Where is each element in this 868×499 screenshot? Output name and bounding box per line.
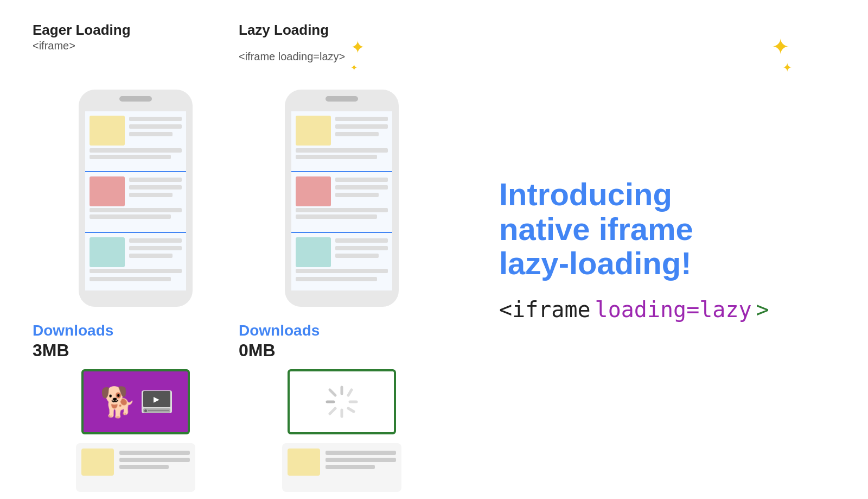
control-line	[148, 410, 169, 411]
svg-rect-40	[335, 185, 388, 190]
eager-phone-wrapper	[33, 84, 239, 312]
svg-rect-38	[296, 176, 331, 206]
card-line-3	[119, 465, 169, 469]
svg-rect-51	[296, 277, 377, 281]
svg-rect-10	[85, 171, 186, 172]
lazy-card-lines	[326, 449, 396, 469]
dog-icon: 🐕	[100, 387, 136, 416]
lazy-iframe-unloaded	[288, 369, 396, 434]
eager-title: Eager Loading	[33, 22, 239, 39]
svg-rect-41	[335, 193, 379, 197]
video-player-icon: ▶	[142, 390, 172, 413]
svg-rect-46	[296, 237, 331, 267]
svg-rect-35	[296, 155, 377, 159]
lazy-subtitle: <iframe loading=lazy>	[239, 50, 345, 63]
code-part-loading: loading=lazy	[595, 297, 752, 322]
svg-rect-7	[129, 132, 173, 136]
svg-line-55	[348, 408, 354, 412]
introducing-text: Introducingnative iframelazy-loading!	[499, 177, 835, 281]
downloads-row: Downloads 3MB Downloads 0MB	[33, 322, 445, 361]
lazy-phone-wrapper	[239, 84, 445, 312]
svg-rect-12	[90, 176, 125, 206]
bottom-cards-row	[33, 443, 445, 492]
svg-line-57	[330, 408, 335, 414]
phones-row	[33, 84, 445, 312]
svg-rect-30	[296, 116, 331, 146]
lazy-card-line-3	[326, 465, 375, 469]
right-panel: ✦✦ Introducingnative iframelazy-loading!…	[477, 22, 835, 477]
eager-phone	[33, 84, 239, 312]
svg-rect-50	[296, 269, 388, 273]
lazy-card-image-yellow	[288, 449, 320, 476]
svg-rect-43	[296, 214, 377, 219]
svg-rect-25	[90, 277, 171, 281]
play-button-icon: ▶	[154, 395, 159, 403]
loading-spinner-icon	[323, 383, 361, 421]
svg-rect-2	[119, 96, 152, 102]
comparison-headers: Eager Loading <iframe> Lazy Loading <ifr…	[33, 22, 445, 73]
card-line-1	[119, 451, 190, 455]
svg-rect-42	[296, 208, 388, 212]
card-line-2	[119, 458, 190, 462]
lazy-downloads-label: Downloads	[239, 322, 320, 339]
svg-rect-39	[335, 178, 388, 182]
svg-rect-9	[90, 155, 171, 159]
code-part-close: >	[756, 297, 769, 322]
lazy-download-block: Downloads 0MB	[239, 322, 445, 361]
eager-iframe-loaded: 🐕 ▶	[81, 369, 190, 434]
eager-bottom-card	[33, 443, 239, 492]
svg-rect-23	[129, 254, 173, 258]
svg-rect-20	[90, 237, 125, 267]
main-container: Eager Loading <iframe> Lazy Loading <ifr…	[0, 0, 868, 499]
svg-rect-4	[90, 116, 125, 146]
lazy-downloads-amount: 0MB	[239, 340, 276, 361]
eager-downloads-label: Downloads	[33, 322, 113, 339]
lazy-header: Lazy Loading <iframe loading=lazy> ✦✦	[239, 22, 445, 73]
lazy-phone-svg	[279, 84, 404, 312]
lazy-phone	[239, 84, 445, 312]
svg-rect-14	[129, 185, 182, 190]
lazy-title: Lazy Loading	[239, 22, 445, 39]
lazy-web-card	[282, 443, 401, 492]
svg-rect-15	[129, 193, 173, 197]
svg-rect-8	[90, 148, 182, 153]
code-part-iframe: <iframe	[499, 297, 591, 322]
svg-rect-33	[335, 132, 379, 136]
left-panel: Eager Loading <iframe> Lazy Loading <ifr…	[33, 22, 445, 477]
svg-rect-18	[85, 232, 186, 233]
svg-rect-28	[326, 96, 358, 102]
svg-rect-13	[129, 178, 182, 182]
card-image-yellow	[81, 449, 114, 476]
svg-rect-5	[129, 117, 182, 121]
svg-rect-34	[296, 148, 388, 153]
svg-rect-36	[291, 171, 392, 172]
eager-iframe-preview: 🐕 ▶	[33, 369, 239, 434]
svg-rect-31	[335, 117, 388, 121]
card-lines	[119, 449, 190, 469]
eager-subtitle: <iframe>	[33, 40, 239, 52]
svg-rect-6	[129, 124, 182, 129]
svg-rect-16	[90, 208, 182, 212]
svg-rect-22	[129, 246, 182, 250]
svg-rect-48	[335, 246, 388, 250]
lazy-bottom-card	[239, 443, 445, 492]
sparkle-icon: ✦✦	[350, 39, 365, 73]
lazy-subtitle-row: <iframe loading=lazy> ✦✦	[239, 39, 445, 73]
video-screen: ▶	[143, 391, 170, 407]
svg-rect-44	[291, 232, 392, 233]
iframe-preview-row: 🐕 ▶	[33, 369, 445, 434]
svg-rect-21	[129, 238, 182, 243]
eager-downloads-amount: 3MB	[33, 340, 69, 361]
eager-header: Eager Loading <iframe>	[33, 22, 239, 73]
svg-line-59	[330, 390, 335, 395]
control-dot	[144, 409, 147, 412]
svg-rect-24	[90, 269, 182, 273]
eager-download-block: Downloads 3MB	[33, 322, 239, 361]
code-snippet: <iframe loading=lazy >	[499, 297, 835, 322]
lazy-iframe-preview	[239, 369, 445, 434]
svg-rect-17	[90, 214, 171, 219]
video-controls	[143, 408, 170, 413]
svg-rect-32	[335, 124, 388, 129]
svg-rect-47	[335, 238, 388, 243]
eager-phone-svg	[73, 84, 198, 312]
